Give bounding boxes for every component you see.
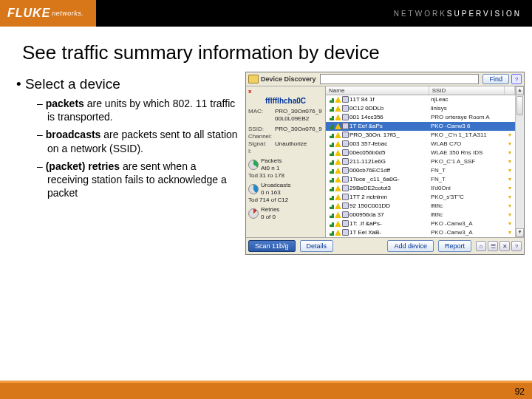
packets-chart: PacketsAt0 n 1 (248, 157, 323, 172)
table-row[interactable]: 1T: .If &aPs-PKO -Canw3_A▾ (326, 219, 515, 228)
device-icon (342, 176, 349, 183)
tool-icon[interactable]: ⌂ (476, 241, 486, 251)
table-row[interactable]: 003 357-febacWLAB C7O▾ (326, 140, 515, 149)
chevron-down-icon[interactable]: ▾ (508, 132, 511, 138)
warn-icon (335, 176, 341, 183)
report-button[interactable]: Report (438, 240, 471, 252)
panel-toolbar: Device Discovery Find ? (246, 72, 524, 86)
chevron-down-icon[interactable]: ▾ (508, 194, 511, 200)
device-icon (342, 211, 349, 218)
signal-icon (327, 105, 334, 112)
table-row[interactable]: 00ec056b0d5WLAE 350 Rns IDS▾ (326, 149, 515, 157)
table-row[interactable]: 92 150C001DDlfitfic▾ (326, 202, 515, 211)
sub-bullet: (packet) retries are sent when a receivi… (37, 160, 238, 200)
device-icon (342, 194, 349, 200)
table-row[interactable]: 1T Eel XaB-PKO -Canw3_A▾ (326, 228, 515, 237)
signal-icon (327, 123, 334, 129)
logo-sub: networks. (52, 10, 83, 17)
add-device-button[interactable]: Add device (387, 240, 434, 252)
device-icon (342, 114, 349, 120)
warn-icon (335, 229, 341, 236)
signal-icon (327, 185, 334, 191)
retries-chart: Retries0 of 0 (248, 206, 323, 221)
logo-text: FLUKE (7, 7, 50, 20)
signal-icon (327, 132, 334, 138)
table-row[interactable]: 29BeDE2cotot3Il'd0Oni▾ (326, 184, 515, 193)
col-ssid[interactable]: SSID (429, 86, 505, 95)
table-row[interactable]: 0C12 0DDLblinlsys (326, 104, 515, 113)
text-column: Select a device packets are units by whi… (16, 72, 238, 255)
col-name[interactable]: Name (326, 86, 429, 95)
warn-icon (335, 194, 341, 200)
device-icon (342, 229, 349, 236)
table-row[interactable]: 1TT 2 nctninmPKO_s'3T"C▾ (326, 193, 515, 202)
chevron-down-icon[interactable]: ▾ (508, 185, 511, 191)
tagline: NETWORKSUPERVISION (394, 0, 532, 27)
signal-icon (327, 167, 334, 174)
chevron-down-icon[interactable]: ▾ (508, 211, 511, 218)
broadcasts-chart: Uroadcasts0 n 163 (248, 182, 323, 197)
address-input[interactable] (320, 74, 480, 84)
table-row[interactable]: PRO_30On. 17fG_PKO _C'n 1_1T.A311▾ (326, 131, 515, 140)
device-icon (342, 158, 349, 165)
warn-icon (335, 149, 341, 156)
device-icon (342, 202, 349, 209)
device-name: fflfflhcha0C (248, 97, 323, 106)
scroll-down-icon[interactable]: ▼ (516, 228, 524, 237)
chevron-down-icon[interactable]: ▾ (508, 220, 511, 227)
table-rows: 11T 84 1fnjLeac0C12 0DDLblinlsys001 14cc… (326, 95, 515, 237)
sub-bullet: broadcasts are packets sent to all stati… (37, 128, 238, 154)
panel-footer: Scan 11b/g Details Add device Report ⌂ ☰… (246, 237, 524, 254)
chevron-down-icon[interactable]: ▾ (508, 149, 511, 156)
sub-bullet: packets are units by which 802. 11 traff… (37, 97, 238, 123)
tool-icon[interactable]: ☰ (488, 241, 498, 251)
signal-icon (327, 140, 334, 147)
device-icon (342, 140, 349, 147)
scroll-thumb[interactable] (516, 96, 523, 115)
table-row[interactable]: 001 14cc356PRO orteraye Room A (326, 113, 515, 122)
footer-bar (0, 383, 532, 399)
tool-icon[interactable]: ✕ (499, 241, 510, 251)
table-row[interactable]: 1Toce _c11_6a0G-FN_T▾ (326, 175, 515, 184)
table-row[interactable]: 000956da 37lfitfic▾ (326, 211, 515, 219)
warn-icon (335, 123, 341, 129)
warn-icon (335, 167, 341, 174)
warn-icon (335, 140, 341, 147)
table-row[interactable]: 000cb76EC1dffFN_T▾ (326, 166, 515, 175)
device-icon (342, 149, 349, 156)
chevron-down-icon[interactable]: ▾ (508, 202, 511, 209)
chevron-down-icon[interactable]: ▾ (508, 140, 511, 147)
signal-icon (327, 158, 334, 165)
signal-icon (327, 176, 334, 183)
signal-icon (327, 114, 334, 120)
brand-bar: FLUKE networks. NETWORKSUPERVISION (0, 0, 532, 27)
warn-icon (335, 158, 341, 165)
chevron-down-icon[interactable]: ▾ (508, 158, 511, 165)
warn-icon (335, 202, 341, 209)
signal-icon (327, 149, 334, 156)
device-icon (342, 167, 349, 174)
chevron-down-icon[interactable]: ▾ (508, 176, 511, 183)
chevron-down-icon[interactable]: ▾ (508, 167, 511, 174)
table-row[interactable]: 211-1121e6GPKO_C'1 A_SSF▾ (326, 157, 515, 166)
device-icon (342, 96, 349, 103)
scroll-up-icon[interactable]: ▲ (516, 86, 524, 95)
warn-icon (335, 211, 341, 218)
chevron-down-icon[interactable]: ▾ (508, 229, 511, 236)
close-icon[interactable]: x (248, 88, 251, 95)
signal-icon (327, 229, 334, 236)
signal-icon (327, 96, 334, 103)
table-header[interactable]: Name SSID (326, 86, 515, 95)
scan-button[interactable]: Scan 11b/g (248, 240, 296, 252)
device-icon (342, 123, 349, 129)
find-button[interactable]: Find (482, 74, 509, 84)
tool-icon[interactable]: ? (511, 241, 522, 251)
slide-title: See traffic summary information by devic… (0, 41, 532, 72)
table-row[interactable]: 1T Eef &aPsPKO -Canw3 6 (326, 122, 515, 131)
device-table: Name SSID 11T 84 1fnjLeac0C12 0DDLblinls… (326, 86, 515, 237)
scrollbar[interactable]: ▲ ▼ (515, 86, 524, 237)
details-button[interactable]: Details (300, 240, 334, 252)
table-row[interactable]: 11T 84 1fnjLeac (326, 95, 515, 104)
help-icon[interactable]: ? (511, 74, 522, 84)
warn-icon (335, 220, 341, 227)
